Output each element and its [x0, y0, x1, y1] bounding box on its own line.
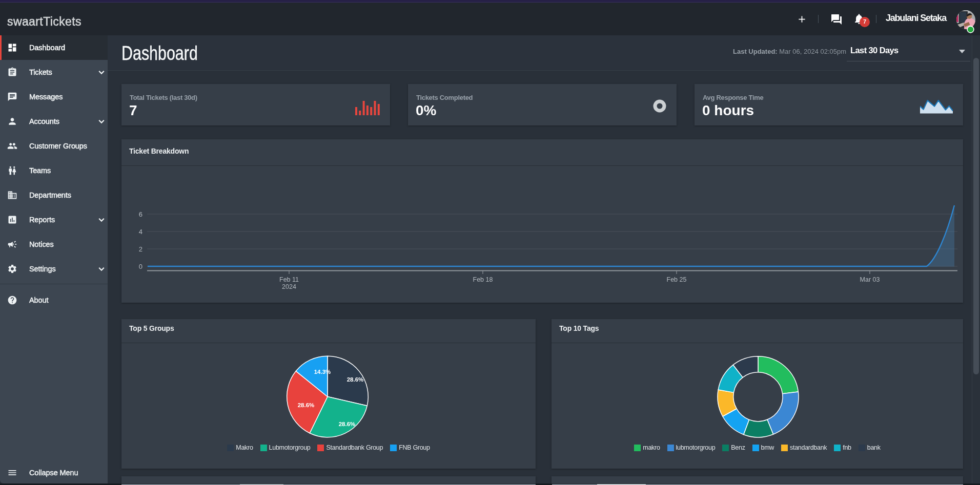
svg-text:2: 2 [139, 245, 142, 253]
svg-text:Feb 25: Feb 25 [667, 276, 687, 283]
svg-text:4: 4 [139, 228, 142, 236]
svg-text:0: 0 [139, 263, 142, 270]
svg-text:28.6%: 28.6% [339, 421, 356, 427]
svg-text:14.3%: 14.3% [314, 369, 331, 375]
svg-text:6: 6 [139, 210, 142, 218]
svg-text:Feb 11: Feb 11 [279, 276, 299, 283]
svg-text:Mar 03: Mar 03 [860, 276, 880, 283]
svg-text:Feb 18: Feb 18 [473, 276, 493, 283]
svg-text:28.6%: 28.6% [347, 376, 364, 383]
svg-text:28.6%: 28.6% [298, 402, 315, 408]
svg-text:2024: 2024 [282, 283, 296, 290]
